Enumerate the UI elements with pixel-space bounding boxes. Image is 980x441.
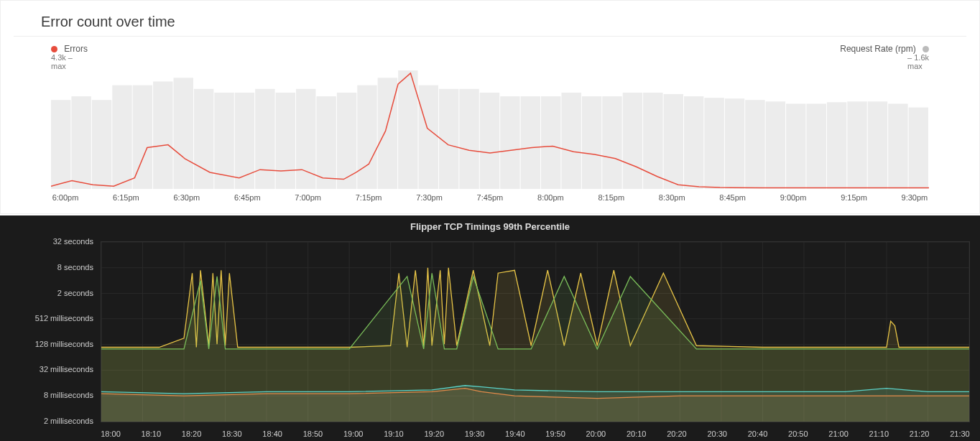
y-tick: 32 milliseconds	[40, 365, 93, 373]
svg-rect-15	[357, 85, 376, 189]
svg-rect-39	[847, 101, 866, 189]
y-tick: 2 milliseconds	[44, 417, 93, 425]
ymax-right-sub: max	[907, 62, 923, 70]
legend-errors-label: Errors	[64, 44, 88, 54]
svg-rect-7	[194, 89, 213, 189]
svg-rect-27	[602, 96, 621, 189]
x-tick: 20:20	[667, 430, 687, 438]
panel-title: Error count over time	[1, 8, 979, 36]
x-tick: 7:00pm	[294, 193, 323, 202]
x-tick: 9:00pm	[779, 193, 808, 202]
legend-row: Errors 4.3k – max Request Rate (rpm) – 1…	[1, 44, 979, 70]
x-tick: 19:00	[343, 430, 364, 438]
svg-rect-33	[725, 98, 744, 189]
x-tick: 21:00	[828, 430, 849, 438]
svg-rect-8	[214, 93, 234, 189]
errors-dot-icon	[51, 46, 57, 52]
x-tick: 21:20	[910, 430, 930, 438]
y-tick: 32 seconds	[53, 237, 93, 246]
x-tick: 19:10	[384, 430, 404, 438]
svg-rect-19	[439, 89, 458, 189]
svg-rect-4	[133, 85, 152, 189]
svg-rect-28	[623, 93, 642, 189]
top-chart-plot[interactable]	[51, 70, 929, 189]
svg-rect-40	[868, 101, 887, 189]
legend-errors[interactable]: Errors	[51, 44, 88, 54]
x-tick: 6:00pm	[51, 193, 80, 202]
svg-rect-11	[276, 93, 295, 189]
svg-rect-6	[174, 78, 193, 189]
x-tick: 20:10	[627, 430, 647, 438]
x-tick: 8:45pm	[718, 193, 747, 202]
x-tick: 18:30	[222, 430, 242, 438]
svg-rect-3	[112, 85, 131, 189]
bottom-x-axis: 18:0018:1018:2018:3018:4018:5019:0019:10…	[101, 430, 970, 438]
svg-rect-14	[337, 93, 356, 189]
svg-rect-41	[888, 104, 907, 190]
svg-rect-35	[766, 101, 785, 189]
svg-rect-26	[582, 96, 601, 189]
legend-rpm-label: Request Rate (rpm)	[840, 44, 915, 54]
x-tick: 18:40	[262, 430, 282, 438]
y-tick: 2 seconds	[57, 289, 93, 297]
x-tick: 19:50	[545, 430, 565, 438]
x-tick: 7:15pm	[354, 193, 383, 202]
top-x-axis: 6:00pm6:15pm6:30pm6:45pm7:00pm7:15pm7:30…	[51, 193, 929, 202]
svg-rect-1	[71, 96, 91, 189]
svg-rect-25	[561, 93, 581, 189]
x-tick: 8:15pm	[597, 193, 626, 202]
x-tick: 7:30pm	[415, 193, 444, 202]
svg-rect-9	[235, 93, 254, 189]
svg-rect-22	[500, 96, 519, 189]
ymax-left-sub: max	[51, 62, 66, 70]
x-tick: 21:10	[869, 430, 889, 438]
bottom-chart-plot[interactable]	[101, 241, 970, 422]
svg-rect-32	[704, 98, 724, 189]
x-tick: 19:40	[505, 430, 525, 438]
svg-rect-30	[664, 94, 683, 189]
svg-rect-42	[909, 108, 928, 189]
x-tick: 18:00	[101, 430, 121, 438]
x-tick: 18:20	[182, 430, 202, 438]
svg-rect-37	[806, 104, 826, 190]
x-tick: 8:30pm	[657, 193, 686, 202]
svg-rect-36	[786, 104, 805, 190]
y-tick: 512 milliseconds	[35, 314, 93, 322]
x-tick: 20:50	[788, 430, 808, 438]
y-tick: 128 milliseconds	[35, 340, 93, 348]
svg-rect-5	[153, 82, 172, 190]
svg-rect-21	[480, 93, 499, 189]
x-tick: 6:30pm	[172, 193, 201, 202]
x-tick: 19:30	[465, 430, 485, 438]
svg-rect-38	[827, 102, 846, 189]
svg-rect-24	[541, 96, 560, 189]
y-tick: 8 milliseconds	[44, 391, 93, 399]
svg-rect-10	[255, 89, 274, 189]
x-tick: 9:30pm	[900, 193, 929, 202]
x-tick: 18:50	[302, 430, 323, 438]
x-tick: 6:15pm	[111, 193, 140, 202]
x-tick: 9:15pm	[839, 193, 868, 202]
svg-rect-13	[316, 96, 336, 189]
svg-rect-23	[521, 96, 540, 189]
y-tick: 8 seconds	[57, 263, 93, 271]
separator	[14, 36, 966, 37]
x-tick: 8:00pm	[536, 193, 565, 202]
svg-rect-31	[684, 96, 703, 189]
svg-rect-16	[378, 78, 397, 189]
x-tick: 21:30	[950, 430, 970, 438]
svg-rect-18	[419, 85, 438, 189]
svg-rect-20	[459, 89, 479, 189]
x-tick: 18:10	[141, 430, 161, 438]
error-count-panel: Error count over time Errors 4.3k – max …	[0, 0, 980, 214]
bottom-y-axis: 32 seconds8 seconds2 seconds512 millisec…	[0, 241, 98, 422]
rpm-dot-icon	[923, 46, 929, 52]
legend-request-rate[interactable]: Request Rate (rpm)	[840, 44, 929, 54]
x-tick: 20:40	[748, 430, 768, 438]
x-tick: 20:30	[707, 430, 727, 438]
tcp-timings-panel: Flipper TCP Timings 99th Percentile 32 s…	[0, 215, 980, 441]
ymax-left: 4.3k	[51, 53, 66, 62]
x-tick: 19:20	[424, 430, 444, 438]
x-tick: 6:45pm	[233, 193, 262, 202]
svg-rect-2	[92, 100, 111, 189]
